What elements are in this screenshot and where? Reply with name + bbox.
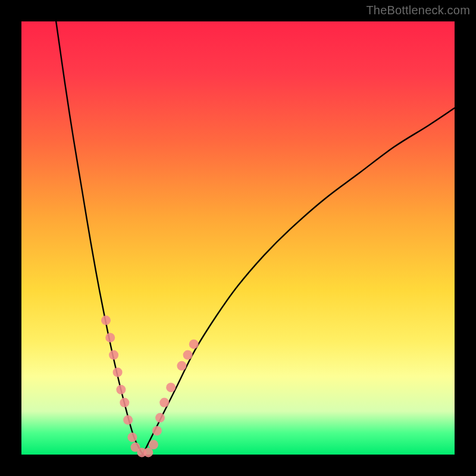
chart-canvas: TheBottleneck.com (0, 0, 476, 476)
marker-dot (149, 440, 158, 449)
marker-dot (116, 385, 126, 394)
marker-dot (120, 398, 129, 408)
marker-dot (166, 383, 176, 392)
curve-right-branch (143, 108, 455, 455)
marker-dot (152, 426, 162, 436)
marker-dot (105, 333, 115, 342)
plot-area (21, 21, 455, 455)
marker-dot (177, 361, 186, 371)
marker-dot (127, 433, 137, 442)
marker-dot (159, 398, 169, 408)
marker-dot (123, 415, 133, 425)
marker-dot (155, 413, 165, 422)
marker-dot (101, 315, 111, 325)
marker-dot (113, 368, 123, 377)
marker-dots (101, 315, 199, 457)
bottleneck-curve (56, 21, 455, 455)
marker-dot (143, 447, 153, 457)
marker-dot (183, 350, 193, 360)
marker-dot (189, 339, 199, 349)
curve-left-branch (56, 21, 143, 455)
curve-layer (21, 21, 455, 455)
marker-dot (109, 350, 118, 360)
watermark-text: TheBottleneck.com (366, 4, 470, 17)
